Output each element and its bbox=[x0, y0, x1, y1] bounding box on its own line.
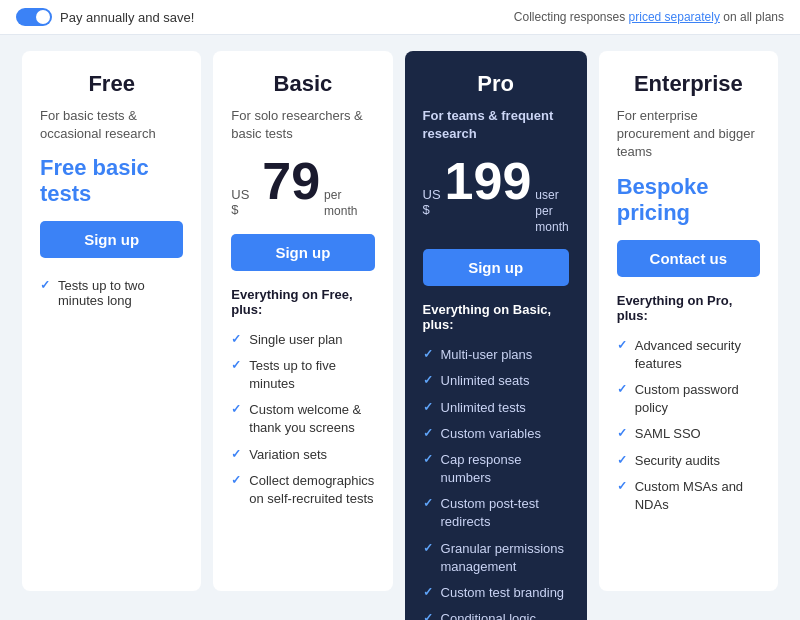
basic-signup-button[interactable]: Sign up bbox=[231, 234, 374, 271]
pro-title: Pro bbox=[423, 71, 569, 97]
pro-amount: 199 bbox=[445, 155, 532, 207]
priced-separately-link[interactable]: priced separately bbox=[629, 10, 720, 24]
basic-feature-3: Custom welcome & thank you screens bbox=[231, 397, 374, 441]
basic-currency: US $ bbox=[231, 187, 258, 217]
pro-price-area: US $ 199 user per month bbox=[423, 155, 569, 235]
pro-feature-2: Unlimited seats bbox=[423, 368, 569, 394]
enterprise-title: Enterprise bbox=[617, 71, 760, 97]
plans-container: Free For basic tests & occasional resear… bbox=[0, 35, 800, 620]
collecting-info: Collecting responses priced separately o… bbox=[514, 10, 784, 24]
free-price: Free basic tests bbox=[40, 155, 183, 207]
plan-pro: Pro For teams & frequent research US $ 1… bbox=[405, 51, 587, 620]
basic-feature-list: Single user plan Tests up to five minute… bbox=[231, 327, 374, 513]
pro-feature-7: Granular permissions management bbox=[423, 536, 569, 580]
basic-title: Basic bbox=[231, 71, 374, 97]
enterprise-feature-5: Custom MSAs and NDAs bbox=[617, 474, 760, 518]
basic-feature-4: Variation sets bbox=[231, 442, 374, 468]
pro-feature-6: Custom post-test redirects bbox=[423, 491, 569, 535]
basic-feature-1: Single user plan bbox=[231, 327, 374, 353]
top-bar: Pay annually and save! Collecting respon… bbox=[0, 0, 800, 35]
enterprise-feature-2: Custom password policy bbox=[617, 377, 760, 421]
enterprise-feature-1: Advanced security features bbox=[617, 333, 760, 377]
enterprise-feature-3: SAML SSO bbox=[617, 421, 760, 447]
pro-subtitle: For teams & frequent research bbox=[423, 107, 569, 143]
pro-feature-list: Multi-user plans Unlimited seats Unlimit… bbox=[423, 342, 569, 620]
basic-features-header: Everything on Free, plus: bbox=[231, 287, 374, 317]
free-feature-1: Tests up to two minutes long bbox=[40, 274, 183, 312]
free-title: Free bbox=[40, 71, 183, 97]
basic-amount: 79 bbox=[262, 155, 320, 207]
pro-feature-4: Custom variables bbox=[423, 421, 569, 447]
enterprise-subtitle: For enterprise procurement and bigger te… bbox=[617, 107, 760, 162]
enterprise-features-header: Everything on Pro, plus: bbox=[617, 293, 760, 323]
pro-feature-5: Cap response numbers bbox=[423, 447, 569, 491]
plan-free: Free For basic tests & occasional resear… bbox=[22, 51, 201, 591]
plan-enterprise: Enterprise For enterprise procurement an… bbox=[599, 51, 778, 591]
enterprise-price: Bespoke pricing bbox=[617, 174, 760, 226]
basic-feature-2: Tests up to five minutes bbox=[231, 353, 374, 397]
pro-feature-3: Unlimited tests bbox=[423, 395, 569, 421]
pro-features-header: Everything on Basic, plus: bbox=[423, 302, 569, 332]
pro-signup-button[interactable]: Sign up bbox=[423, 249, 569, 286]
basic-price-area: US $ 79 per month bbox=[231, 155, 374, 219]
annual-toggle[interactable] bbox=[16, 8, 52, 26]
toggle-area[interactable]: Pay annually and save! bbox=[16, 8, 194, 26]
pro-feature-8: Custom test branding bbox=[423, 580, 569, 606]
basic-period: per month bbox=[324, 188, 374, 219]
enterprise-contact-button[interactable]: Contact us bbox=[617, 240, 760, 277]
enterprise-feature-list: Advanced security features Custom passwo… bbox=[617, 333, 760, 519]
basic-subtitle: For solo researchers & basic tests bbox=[231, 107, 374, 143]
pro-period: user per month bbox=[535, 188, 568, 235]
free-subtitle: For basic tests & occasional research bbox=[40, 107, 183, 143]
free-signup-button[interactable]: Sign up bbox=[40, 221, 183, 258]
basic-feature-5: Collect demographics on self-recruited t… bbox=[231, 468, 374, 512]
plan-basic: Basic For solo researchers & basic tests… bbox=[213, 51, 392, 591]
pro-feature-9: Conditional logic bbox=[423, 606, 569, 620]
pro-feature-1: Multi-user plans bbox=[423, 342, 569, 368]
toggle-label: Pay annually and save! bbox=[60, 10, 194, 25]
pro-currency: US $ bbox=[423, 187, 441, 217]
enterprise-feature-4: Security audits bbox=[617, 448, 760, 474]
